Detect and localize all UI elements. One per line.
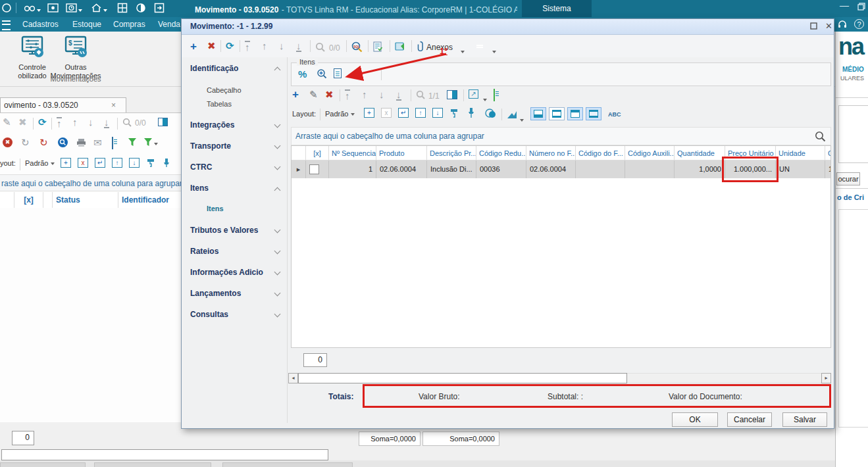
sql-search-icon[interactable]: SQL <box>351 41 363 55</box>
add-square-icon[interactable]: + <box>61 158 71 168</box>
paint-icon[interactable] <box>146 158 155 170</box>
cell-c[interactable]: 1 <box>825 160 831 178</box>
ribbon-button-outras-movimentacoes[interactable]: $ Outras Movimentações <box>33 36 105 80</box>
bg-horizontal-scrollbar[interactable] <box>1 449 328 460</box>
col-c[interactable]: C <box>825 146 831 160</box>
menu-vendas[interactable]: Venda <box>158 20 180 29</box>
search-icon[interactable] <box>315 42 325 55</box>
move-first-icon[interactable]: ↑ <box>57 117 62 128</box>
chevron-down-icon[interactable] <box>274 269 281 276</box>
view-bottom-panel-icon[interactable] <box>530 107 546 120</box>
chart-dropdown-icon[interactable] <box>520 114 524 126</box>
menu-estoque[interactable]: Estoque <box>72 20 101 29</box>
eye-icon[interactable] <box>47 3 59 16</box>
move-first-icon[interactable]: ↑ <box>245 41 250 52</box>
tab-sistema[interactable]: Sistema <box>522 0 592 17</box>
filter-icon[interactable] <box>128 137 137 149</box>
paint-icon[interactable] <box>449 108 459 121</box>
col-codigo-reduzido[interactable]: Código Redu... <box>476 146 526 160</box>
anexos-dropdown-icon[interactable] <box>461 45 465 57</box>
col-numero-nf[interactable]: Número no F... <box>526 146 576 160</box>
cell-descricao[interactable]: Inclusão Di... <box>427 160 476 178</box>
layout-select[interactable]: Padrão <box>25 159 55 167</box>
dialog-maximize-icon[interactable] <box>810 22 817 31</box>
refresh-icon[interactable]: ⟳ <box>38 117 47 127</box>
move-down-icon[interactable]: ↓ <box>279 41 284 51</box>
nav-identificacao[interactable]: Identificação <box>190 64 238 73</box>
refresh-icon[interactable]: ⟳ <box>226 41 234 51</box>
group-by-band[interactable]: Arraste aqui o cabeçalho de uma coluna p… <box>291 127 831 145</box>
reload-icon[interactable]: ↻ <box>21 137 30 147</box>
menu-cadastros[interactable]: Cadastros <box>22 20 59 29</box>
nav-rateios[interactable]: Rateios <box>190 247 218 256</box>
cell-sequencial[interactable]: 1 <box>329 160 376 178</box>
nav-tributos-valores[interactable]: Tributos e Valores <box>190 226 258 235</box>
cell-produto[interactable]: 02.06.0004 <box>376 160 427 178</box>
nav-transporte[interactable]: Transporte <box>190 141 231 151</box>
salvar-button[interactable]: Salvar <box>782 412 827 427</box>
cell-quantidade[interactable]: 1,0000 <box>675 160 725 178</box>
remove-square-icon[interactable]: x <box>78 158 88 168</box>
down-square-icon[interactable]: ↓ <box>432 108 443 118</box>
row-checkbox-cell[interactable] <box>306 160 329 178</box>
chevron-down-icon[interactable] <box>274 311 281 318</box>
print-icon[interactable] <box>76 138 86 150</box>
hamburger-menu-icon[interactable] <box>2 20 11 30</box>
document-icon[interactable] <box>112 137 113 149</box>
return-square-icon[interactable]: ↵ <box>95 158 105 168</box>
pin-icon[interactable] <box>163 158 170 170</box>
nav-itens[interactable]: Itens <box>190 184 209 193</box>
search-icon[interactable] <box>122 118 132 130</box>
chevron-down-icon[interactable] <box>274 143 281 149</box>
view-rows-panel-icon[interactable] <box>586 107 601 120</box>
tab-close-icon[interactable]: × <box>111 101 116 110</box>
up-square-icon[interactable]: ↑ <box>415 108 426 118</box>
move-down-icon[interactable]: ↓ <box>379 89 384 99</box>
list-icon[interactable] <box>334 68 342 78</box>
move-last-icon[interactable]: ↓ <box>104 117 109 128</box>
zoom-plus-icon[interactable] <box>317 68 327 82</box>
minimize-button[interactable]: — <box>840 1 849 10</box>
procurar-button[interactable]: ocurar <box>836 172 860 185</box>
bg-record-counter[interactable]: 0 <box>12 431 34 445</box>
col-descricao[interactable]: Descrição Pr... <box>427 146 476 160</box>
export-dropdown-icon[interactable] <box>483 93 487 105</box>
bg-col-status[interactable]: Status <box>53 192 118 208</box>
scroll-left-button[interactable]: ◂ <box>288 373 298 383</box>
pin-icon[interactable] <box>468 107 474 121</box>
chevron-down-icon[interactable] <box>274 248 281 255</box>
home-icon[interactable] <box>91 3 107 16</box>
remove-square-icon[interactable]: x <box>381 108 392 118</box>
scroll-right-button[interactable]: ▸ <box>821 373 831 383</box>
search-icon[interactable] <box>416 90 425 102</box>
nav-consultas[interactable]: Consultas <box>190 310 228 319</box>
chevron-down-icon[interactable] <box>274 290 281 297</box>
chevron-down-icon[interactable] <box>274 164 281 170</box>
bg-col-check[interactable]: [x] <box>14 192 43 208</box>
reload-auto-icon[interactable]: ↻ <box>39 137 48 147</box>
grid-hscroll-thumb[interactable] <box>298 373 627 383</box>
chevron-up-icon[interactable] <box>274 187 281 194</box>
headset-icon[interactable] <box>837 19 848 32</box>
move-first-icon[interactable]: ↑ <box>345 89 350 101</box>
nav-lancamentos[interactable]: Lançamentos <box>190 289 241 298</box>
view-top-panel-icon[interactable] <box>567 107 583 120</box>
delete-icon[interactable]: ✖ <box>207 41 216 51</box>
binoculars-icon[interactable] <box>24 3 41 16</box>
view-split-panel-icon[interactable] <box>549 107 565 120</box>
report-icon[interactable] <box>373 41 383 55</box>
row-checkbox[interactable] <box>309 164 319 174</box>
delete-icon[interactable]: ✖ <box>18 117 27 127</box>
edit-icon[interactable]: ✎ <box>3 117 11 127</box>
move-up-icon[interactable]: ↑ <box>362 89 367 99</box>
cell-codigo-auxiliar[interactable] <box>625 160 675 178</box>
move-up-icon[interactable]: ↑ <box>262 41 267 51</box>
cancelar-button[interactable]: Cancelar <box>727 412 772 427</box>
grid-search-icon[interactable] <box>815 131 826 145</box>
grid-record-counter[interactable]: 0 <box>303 353 327 367</box>
columns-icon[interactable] <box>447 90 457 99</box>
nav-itens-sub[interactable]: Itens <box>207 205 224 212</box>
cell-preco-unitario[interactable]: 1.000,000... <box>725 160 776 178</box>
document-tab[interactable]: ovimento - 03.9.0520 × <box>0 97 126 113</box>
col-unidade[interactable]: Unidade <box>776 146 825 160</box>
